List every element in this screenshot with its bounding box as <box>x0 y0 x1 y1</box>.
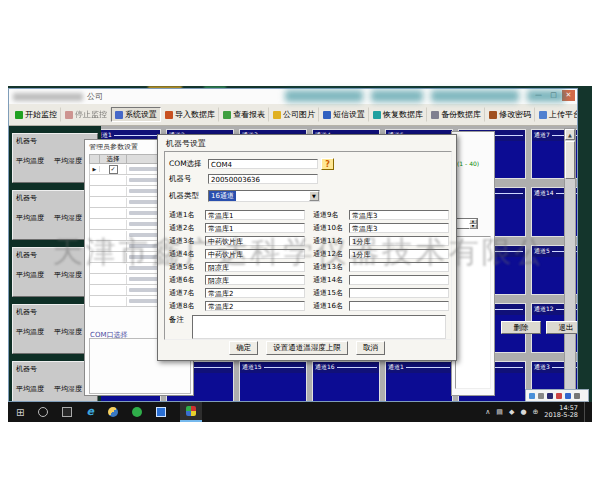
side-panel-list <box>455 236 491 389</box>
header-rule <box>406 367 450 368</box>
row-checkbox[interactable]: ✓ <box>109 165 118 174</box>
toolbar-button[interactable]: 上传平台 <box>535 107 578 122</box>
tray-volume-icon[interactable]: ● <box>520 408 526 416</box>
edge-browser-icon[interactable]: e <box>86 407 93 417</box>
green-app-icon[interactable] <box>132 407 142 417</box>
task-view-icon[interactable] <box>62 407 72 417</box>
show-desktop-button[interactable] <box>584 402 588 422</box>
row-text-blurred <box>129 178 159 182</box>
tray-network-icon[interactable]: ◆ <box>509 408 514 416</box>
spin-down-icon[interactable]: ▼ <box>469 224 477 229</box>
toolbar-button-label: 公司图片 <box>283 109 315 120</box>
window-app-icon[interactable] <box>156 407 166 417</box>
channel-panel-label: 通道5 <box>534 247 550 256</box>
toolbar-button[interactable]: 开始监控 <box>11 107 61 122</box>
toolbar-button[interactable]: 系统设置 <box>111 107 161 122</box>
close-button[interactable]: ✕ <box>562 90 575 101</box>
ok-button[interactable]: 确定 <box>229 341 258 355</box>
tray-app-icon[interactable] <box>547 393 553 399</box>
toolbar-button-label: 备份数据库 <box>441 109 481 120</box>
machine-type-select[interactable]: 16通道 ▼ <box>208 190 320 202</box>
cancel-button[interactable]: 取消 <box>356 341 385 355</box>
tray-app-icon[interactable] <box>529 393 535 399</box>
toolbar-button[interactable]: 查看报表 <box>219 107 269 122</box>
window-title-blurred <box>13 93 83 101</box>
help-button[interactable]: ? <box>321 158 334 170</box>
tray-app-icon[interactable] <box>574 393 580 399</box>
toolbar-button[interactable]: 修改密码 <box>485 107 535 122</box>
channel-name-input[interactable]: 常温库1 <box>205 223 305 233</box>
cortana-icon[interactable] <box>38 407 48 417</box>
toolbar-buttons: 开始监控 停止监控 系统设置 <box>11 106 578 124</box>
channel-name-input[interactable] <box>349 262 449 272</box>
channel-panel-label: 通道15 <box>242 363 262 372</box>
channel-name-input[interactable]: 常温库2 <box>205 288 305 298</box>
remark-textarea[interactable] <box>192 315 446 339</box>
toolbar-button[interactable]: 恢复数据库 <box>369 107 427 122</box>
channel-name-input[interactable] <box>349 301 449 311</box>
tray-app-icon[interactable] <box>565 393 571 399</box>
avg-temp-label: 平均温度 <box>16 327 44 337</box>
window-title-suffix: 公司 <box>87 91 103 102</box>
toolbar-button[interactable]: 短信设置 <box>319 107 369 122</box>
channel-name-input[interactable]: 1分库 <box>349 236 449 246</box>
channel-name-row: 通道11名 1分库 <box>313 234 449 247</box>
title-bar: 公司 — □ ✕ <box>9 89 577 105</box>
vertical-scrollbar[interactable]: ▲ ▼ <box>564 128 576 401</box>
header-rule <box>114 135 158 136</box>
channel-panel-label: 通道1 <box>388 363 404 372</box>
avg-hum-label: 平均湿度 <box>54 384 82 394</box>
exit-button[interactable]: 退出 <box>546 321 577 334</box>
toolbar-button-label: 查看报表 <box>233 109 265 120</box>
dialog-buttons: 确定 设置通道温湿度上限 取消 <box>158 341 456 355</box>
channel-name-input[interactable]: 中药饮片库 <box>205 249 305 259</box>
toolbar-button[interactable]: 公司图片 <box>269 107 319 122</box>
channel-name-input[interactable]: 常温库2 <box>205 301 305 311</box>
channel-name-input[interactable]: 常温库3 <box>349 223 449 233</box>
dialog-form-inset: COM选择 COM4 ? 机器号 20050003636 机器类型 16通道 <box>164 151 452 340</box>
channel-name-label: 通道14名 <box>313 275 346 285</box>
set-limits-button[interactable]: 设置通道温湿度上限 <box>266 341 348 355</box>
toolbar-button[interactable]: 停止监控 <box>61 107 111 122</box>
channel-name-input[interactable]: 中药饮片库 <box>205 236 305 246</box>
channel-name-input[interactable] <box>349 288 449 298</box>
chevron-down-icon[interactable]: ▼ <box>309 191 319 201</box>
avg-hum-label: 平均湿度 <box>54 156 82 166</box>
minimize-button[interactable]: — <box>532 90 545 101</box>
taskbar-clock[interactable]: 14:57 2018-5-28 <box>544 405 578 419</box>
channel-name-input[interactable]: 常温库1 <box>205 210 305 220</box>
channel-name-fields: 通道1名 常温库1 通道2名 常温库1 通道3名 <box>169 208 449 312</box>
scrollbar-thumb[interactable] <box>565 141 575 179</box>
channel-name-input[interactable]: 常温库3 <box>349 210 449 220</box>
toolbar-button-icon <box>539 111 547 119</box>
tray-app-icon[interactable] <box>538 393 544 399</box>
tray-caret-icon[interactable]: ∧ <box>485 408 490 416</box>
scroll-up-icon[interactable]: ▲ <box>565 129 575 140</box>
channel-panel[interactable]: 通道16 <box>312 361 380 401</box>
number-spinner[interactable]: ▲▼ <box>456 218 478 229</box>
delete-button[interactable]: 删除 <box>501 321 541 334</box>
row-marker-column <box>90 155 100 163</box>
row-text-blurred <box>129 189 159 193</box>
active-app-button[interactable] <box>180 402 202 422</box>
tray-settings-icon[interactable]: ⊕ <box>532 408 538 416</box>
browser-compass-icon[interactable] <box>108 407 118 417</box>
tray-folder-icon[interactable]: ▤ <box>496 408 503 416</box>
channel-name-input[interactable] <box>349 275 449 285</box>
start-button-icon[interactable]: ⊞ <box>16 407 24 418</box>
toolbar-button-label: 系统设置 <box>125 109 157 120</box>
channel-name-input[interactable]: 1分库 <box>349 249 449 259</box>
tray-overflow-popup <box>525 389 589 402</box>
channel-panel[interactable]: 通道15 <box>239 361 307 401</box>
toolbar-button[interactable]: 导入数据库 <box>161 107 219 122</box>
tray-app-icon[interactable] <box>556 393 562 399</box>
channel-name-input[interactable]: 阴凉库 <box>205 262 305 272</box>
machine-no-label: 机器号 <box>16 307 37 317</box>
toolbar-button-icon <box>65 111 73 119</box>
maximize-button[interactable]: □ <box>547 90 560 101</box>
toolbar-button[interactable]: 备份数据库 <box>427 107 485 122</box>
com-select-input[interactable]: COM4 <box>208 159 318 169</box>
channel-name-input[interactable]: 阴凉库 <box>205 275 305 285</box>
machine-no-input[interactable]: 20050003636 <box>208 174 318 184</box>
channel-panel[interactable]: 通道1 <box>385 361 453 401</box>
